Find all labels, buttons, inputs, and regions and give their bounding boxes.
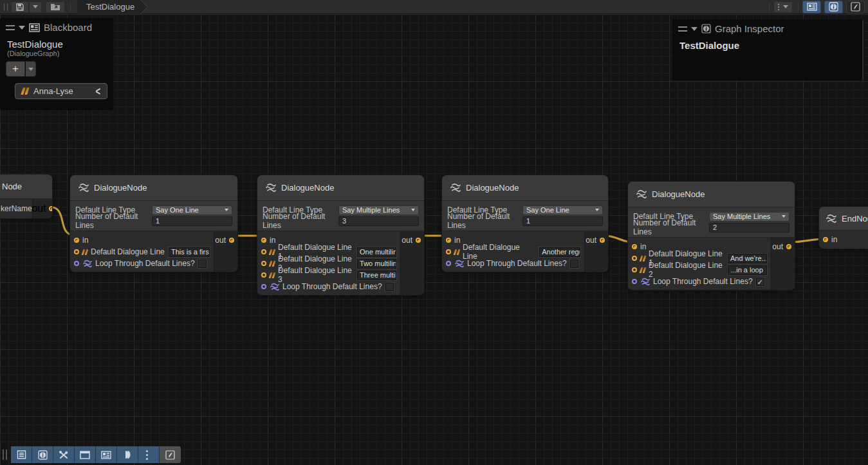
port-label: Default Dialogue Line [463,243,536,261]
node-title: DialogueNode [652,189,705,199]
node-dialogue-3[interactable]: DialogueNode Default Line Type Say One L… [441,175,609,272]
loop-port[interactable] [632,279,637,284]
output-port[interactable] [786,244,791,249]
output-port[interactable] [229,238,234,243]
hamburger-icon[interactable] [678,26,687,32]
input-value: 1 [156,217,160,225]
loop-port[interactable] [261,284,266,289]
toggle-blackboard-button[interactable] [802,1,821,14]
dialogue-line-input[interactable]: This is a first [169,247,210,257]
toggle-preview-button[interactable] [846,1,865,14]
overflow-menu-button[interactable] [138,446,160,463]
node-start-partial[interactable]: Node kerName out [0,174,53,219]
dialogue-node-icon [450,183,461,193]
panel-title: Graph Inspector [715,23,784,34]
dialogue-line-input[interactable]: Two multiline [357,259,396,269]
input-value: Two multiline [360,260,396,267]
quote-icon [270,249,275,255]
chevron-down-icon [33,5,38,8]
line-port[interactable] [261,261,266,266]
node-dialogue-4[interactable]: DialogueNode Default Line Type Say Multi… [627,181,795,290]
collapse-caret-icon[interactable] [19,26,25,30]
input-port[interactable] [261,238,266,243]
collapse-caret-icon[interactable] [691,27,697,31]
collapse-chevron[interactable]: < [95,84,100,98]
node-title: EndNode [842,214,868,223]
inspector-button[interactable] [32,446,53,463]
default-lines-count-input[interactable]: 3 [338,216,419,226]
blackboard-icon [807,3,817,11]
graph-inspector-panel[interactable]: Graph Inspector TestDialogue [672,19,863,81]
input-port[interactable] [632,244,637,249]
hamburger-icon[interactable] [6,25,15,30]
loop-checkbox[interactable]: ✓ [756,278,764,286]
output-port[interactable] [49,206,53,211]
loop-checkbox[interactable] [198,260,207,268]
dialogue-line-input[interactable]: One multiline [357,247,396,257]
add-property-button[interactable]: + [6,61,25,77]
node-title: DialogueNode [94,183,147,193]
open-asset-button[interactable] [46,1,65,13]
loop-icon [454,260,464,268]
field-label: Number of Default Lines [75,212,152,230]
dialogue-line-input[interactable]: And we're... [728,254,767,263]
input-port[interactable] [823,237,828,242]
quill-button[interactable] [160,446,181,463]
blackboard-property-anna-lyse[interactable]: Anna-Lyse < [15,83,107,99]
node-dialogue-2[interactable]: DialogueNode Default Line Type Say Multi… [257,175,425,296]
save-button[interactable] [11,1,29,13]
quill-icon [851,2,860,12]
loop-port[interactable] [74,261,79,266]
blackboard-button[interactable] [96,446,117,463]
flow-button[interactable] [117,446,138,463]
overflow-menu-button[interactable] [773,1,793,13]
line-port[interactable] [632,267,637,272]
chevron-down-icon [595,209,599,211]
node-dialogue-1[interactable]: DialogueNode Default Line Type Say One L… [69,175,238,272]
loop-checkbox[interactable] [570,260,578,268]
output-port[interactable] [600,238,605,243]
default-lines-count-input[interactable]: 2 [709,223,790,232]
line-port[interactable] [632,256,637,261]
dialogue-line-input[interactable]: Three multilin [357,270,396,280]
line-port[interactable] [261,272,266,278]
graph-canvas[interactable]: Node kerName out DialogueNode Default Li… [0,14,868,465]
port-label: Default Dialogue Line [91,247,165,256]
default-lines-count-input[interactable]: 1 [522,216,603,226]
line-port[interactable] [74,249,79,254]
line-type-dropdown[interactable]: Say Multiple Lines [709,212,790,222]
add-property-dropdown[interactable] [26,61,36,77]
info-icon [701,24,711,33]
toolbar-drag-handle[interactable] [3,450,7,460]
line-type-dropdown[interactable]: Say One Line [522,205,603,215]
loop-port[interactable] [446,261,451,266]
toggle-inspector-button[interactable] [824,1,843,14]
toolbar-drag-handle[interactable] [4,3,8,11]
output-port[interactable] [416,238,421,243]
blackboard-icon [101,451,111,459]
line-port[interactable] [446,249,451,254]
input-port[interactable] [74,238,79,243]
loop-checkbox[interactable] [385,283,394,291]
in-port-label: in [640,242,646,251]
notes-button[interactable] [11,446,32,463]
dialogue-node-icon [636,189,647,199]
dropdown-value: Say Multiple Lines [342,206,400,214]
tools-button[interactable] [53,446,75,463]
blackboard-panel[interactable]: Blackboard TestDialogue (DialogueGraph) … [0,18,113,110]
save-options-dropdown[interactable] [29,1,42,13]
line-port[interactable] [261,249,266,254]
line-type-dropdown[interactable]: Say One Line [152,205,232,215]
dialogue-line-input[interactable]: Another regu [539,247,580,257]
in-port-label: in [82,236,88,245]
dialogue-line-input[interactable]: ...in a loop [728,265,767,275]
toolbar-separator [70,3,71,12]
input-port[interactable] [446,238,451,243]
default-lines-count-input[interactable]: 1 [152,216,232,226]
window-button[interactable] [75,446,96,463]
node-end[interactable]: EndNode in [818,206,868,249]
graph-tab[interactable]: TestDialogue [77,0,141,14]
bottom-toolbar [3,446,181,464]
line-type-dropdown[interactable]: Say Multiple Lines [338,205,419,215]
dialogue-node-icon [78,183,89,193]
